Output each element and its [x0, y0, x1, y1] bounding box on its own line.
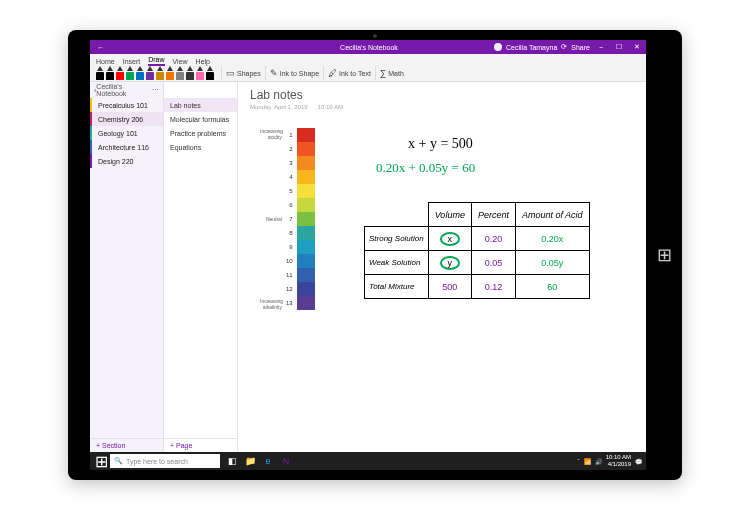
section-item[interactable]: Precalculus 101 — [90, 98, 163, 112]
back-button[interactable]: ← — [94, 40, 108, 54]
pen-0[interactable] — [96, 66, 104, 80]
pen-6[interactable] — [156, 66, 164, 80]
tool-shapes[interactable]: ▭Shapes — [221, 66, 265, 80]
volume-icon[interactable]: 🔊 — [595, 458, 602, 465]
tab-view[interactable]: View — [173, 58, 188, 66]
window-title: Cecilia's Notebook — [277, 44, 460, 51]
onenote-icon[interactable]: N — [278, 453, 294, 469]
section-item[interactable]: Geology 101 — [90, 126, 163, 140]
page-item[interactable]: Practice problems — [164, 126, 237, 140]
taskbar: ⊞ 🔍 Type here to search ◧ 📁 e N ˄ 📶 🔊 10… — [90, 452, 646, 470]
pen-5[interactable] — [146, 66, 154, 80]
note-canvas[interactable]: Lab notes Monday, April 1, 2019 10:10 AM… — [238, 82, 646, 452]
page-title: Lab notes — [250, 88, 303, 102]
edge-icon[interactable]: e — [260, 453, 276, 469]
close-button[interactable]: ✕ — [630, 40, 644, 54]
page-item[interactable]: Equations — [164, 140, 237, 154]
action-center-icon[interactable]: 💬 — [635, 458, 642, 465]
tab-draw[interactable]: Draw — [148, 56, 164, 66]
task-view-icon[interactable]: ◧ — [224, 453, 240, 469]
tray-up-icon[interactable]: ˄ — [577, 458, 580, 465]
pen-1[interactable] — [106, 66, 114, 80]
minimize-button[interactable]: − — [594, 40, 608, 54]
explorer-icon[interactable]: 📁 — [242, 453, 258, 469]
nav-menu-icon[interactable]: ⋯ — [152, 86, 159, 94]
pen-2[interactable] — [116, 66, 124, 80]
pen-11[interactable] — [206, 66, 214, 80]
network-icon[interactable]: 📶 — [584, 458, 591, 465]
tool-math[interactable]: ∑Math — [375, 66, 408, 80]
clock[interactable]: 10:10 AM 4/1/2019 — [606, 454, 631, 468]
page-panel: Lab notesMolecular formulasPractice prob… — [164, 82, 238, 452]
page-item[interactable]: Lab notes — [164, 98, 237, 112]
pen-10[interactable] — [196, 66, 204, 80]
share-button[interactable]: Share — [571, 44, 590, 51]
tab-help[interactable]: Help — [196, 58, 210, 66]
section-item[interactable]: Design 220 — [90, 154, 163, 168]
titlebar: ← Cecilia's Notebook Cecilia Tamayna ⟳ S… — [90, 40, 646, 54]
search-icon: 🔍 — [114, 457, 123, 465]
page-meta: Monday, April 1, 2019 10:10 AM — [250, 104, 343, 110]
section-panel: ‹ Cecilia's Notebook ⋯ Precalculus 101Ch… — [90, 82, 164, 452]
mixture-table: Volume Percent Amount of Acid Strong Sol… — [364, 202, 590, 299]
start-button[interactable]: ⊞ — [92, 452, 110, 470]
equation-1: x + y = 500 — [408, 136, 473, 152]
page-item[interactable]: Molecular formulas — [164, 112, 237, 126]
tool-ink-to-text[interactable]: 🖊Ink to Text — [323, 66, 375, 80]
pen-4[interactable] — [136, 66, 144, 80]
windows-hardware-key-icon[interactable]: ⊞ — [657, 244, 672, 266]
search-box[interactable]: 🔍 Type here to search — [110, 454, 220, 468]
ph-scale: Increasing acidity Neutral Increasing al… — [260, 128, 315, 310]
ribbon: HomeInsertDrawViewHelp ▭Shapes✎Ink to Sh… — [90, 54, 646, 82]
pen-3[interactable] — [126, 66, 134, 80]
add-page-button[interactable]: + Page — [164, 438, 237, 452]
section-item[interactable]: Architecture 116 — [90, 140, 163, 154]
equation-2: 0.20x + 0.05y = 60 — [376, 160, 475, 176]
tab-insert[interactable]: Insert — [123, 58, 141, 66]
tool-ink-to-shape[interactable]: ✎Ink to Shape — [265, 66, 323, 80]
tab-home[interactable]: Home — [96, 58, 115, 66]
section-item[interactable]: Chemistry 206 — [90, 112, 163, 126]
maximize-button[interactable]: ☐ — [612, 40, 626, 54]
notebook-name[interactable]: Cecilia's Notebook — [96, 83, 152, 97]
pen-9[interactable] — [186, 66, 194, 80]
user-name[interactable]: Cecilia Tamayna — [506, 44, 557, 51]
add-section-button[interactable]: + Section — [90, 438, 163, 452]
sync-icon[interactable]: ⟳ — [561, 43, 567, 51]
pen-7[interactable] — [166, 66, 174, 80]
pen-8[interactable] — [176, 66, 184, 80]
user-avatar[interactable] — [494, 43, 502, 51]
